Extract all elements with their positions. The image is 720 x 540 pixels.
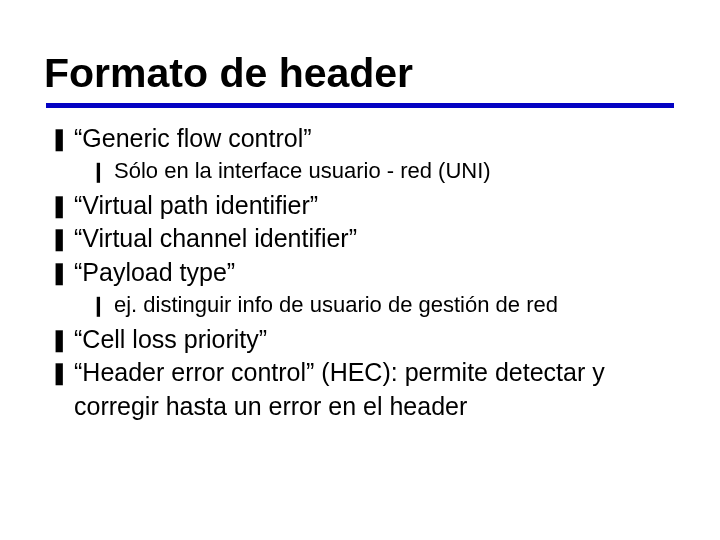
list-item: ❚ “Header error control” (HEC): permite … — [50, 356, 680, 424]
square-bullet-icon: ❚ — [50, 356, 74, 388]
list-item: ❚ “Virtual path identifier” — [50, 189, 680, 223]
square-outline-bullet-icon: ❙ — [90, 156, 114, 185]
list-item-text: “Cell loss priority” — [74, 323, 680, 357]
list-item: ❚ “Virtual channel identifier” — [50, 222, 680, 256]
square-bullet-icon: ❚ — [50, 256, 74, 288]
title-underline — [46, 103, 674, 108]
list-item-text: “Virtual channel identifier” — [74, 222, 680, 256]
slide-title: Formato de header — [40, 50, 680, 97]
square-bullet-icon: ❚ — [50, 323, 74, 355]
list-subitem-text: Sólo en la interface usuario - red (UNI) — [114, 156, 491, 187]
list-item: ❚ “Cell loss priority” — [50, 323, 680, 357]
list-subitem: ❙ Sólo en la interface usuario - red (UN… — [50, 156, 680, 187]
list-item-text: “Generic flow control” — [74, 122, 680, 156]
square-bullet-icon: ❚ — [50, 222, 74, 254]
list-item-text: “Virtual path identifier” — [74, 189, 680, 223]
list-subitem: ❙ ej. distinguir info de usuario de gest… — [50, 290, 680, 321]
slide: Formato de header ❚ “Generic flow contro… — [0, 0, 720, 540]
square-outline-bullet-icon: ❙ — [90, 290, 114, 319]
list-item: ❚ “Payload type” — [50, 256, 680, 290]
list-item-text: “Payload type” — [74, 256, 680, 290]
list-subitem-text: ej. distinguir info de usuario de gestió… — [114, 290, 558, 321]
list-item: ❚ “Generic flow control” — [50, 122, 680, 156]
bullet-list: ❚ “Generic flow control” ❙ Sólo en la in… — [40, 122, 680, 424]
list-item-text: “Header error control” (HEC): permite de… — [74, 356, 680, 424]
square-bullet-icon: ❚ — [50, 189, 74, 221]
square-bullet-icon: ❚ — [50, 122, 74, 154]
